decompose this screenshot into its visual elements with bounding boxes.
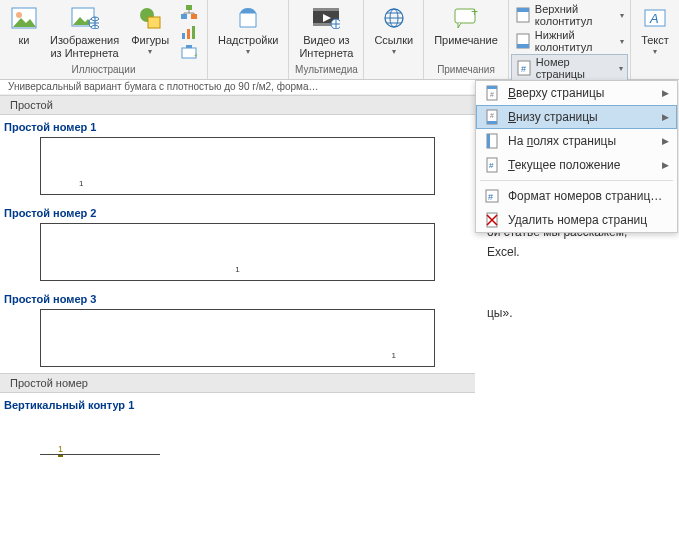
svg-text:#: # [521, 64, 526, 74]
current-position-icon: # [484, 157, 500, 173]
video-label-1: Видео из [303, 34, 349, 47]
footer-icon [515, 33, 531, 49]
header-button[interactable]: Верхний колонтитул ▾ [511, 2, 628, 28]
svg-text:#: # [488, 192, 493, 202]
online-video-button[interactable]: Видео из Интернета [293, 2, 359, 64]
menu-top-of-page[interactable]: # Вверху страницы ▶ [476, 81, 677, 105]
text-box-label: Текст [641, 34, 669, 47]
svg-rect-35 [487, 121, 497, 124]
gallery-item-1[interactable]: 1 [40, 137, 435, 195]
chevron-down-icon: ▾ [620, 37, 624, 46]
menu-label: На полях страницы [508, 134, 616, 148]
page-number-icon: # [516, 60, 532, 76]
chevron-down-icon: ▾ [392, 47, 396, 56]
svg-text:#: # [490, 112, 494, 119]
gallery-item-v1[interactable]: 1 [40, 415, 160, 455]
header-label: Верхний колонтитул [535, 3, 616, 27]
pictures-label: ки [19, 34, 30, 47]
svg-text:A: A [649, 11, 659, 26]
svg-text:#: # [489, 161, 494, 170]
header-icon [515, 7, 531, 23]
svg-rect-24 [517, 8, 529, 12]
doc-line: цы». [487, 303, 667, 323]
svg-rect-5 [148, 17, 160, 28]
gallery-item-2[interactable]: 1 [40, 223, 435, 281]
addins-label: Надстройки [218, 34, 278, 47]
online-pictures-button[interactable]: Изображения из Интернета [44, 2, 125, 64]
gallery-section-simple: Простой [0, 95, 475, 115]
media-group-label: Мультимедиа [295, 64, 358, 77]
doc-fragment-text: Универсальный вариант бумага с плотность… [0, 80, 475, 95]
submenu-arrow-icon: ▶ [662, 160, 669, 170]
addins-button[interactable]: Надстройки ▾ [212, 2, 284, 64]
screenshot-button[interactable]: + [177, 44, 201, 62]
online-pictures-icon [71, 4, 99, 32]
submenu-arrow-icon: ▶ [662, 136, 669, 146]
menu-page-margins[interactable]: На полях страницы ▶ [476, 129, 677, 153]
pictures-button[interactable]: ки [4, 2, 44, 64]
menu-remove-page-numbers[interactable]: Удалить номера страниц [476, 208, 677, 232]
group-media: Видео из Интернета Мультимедиа [289, 0, 364, 79]
gallery-item-v1-title: Вертикальный контур 1 [0, 393, 475, 415]
shapes-button[interactable]: Фигуры ▾ [125, 2, 175, 64]
links-button[interactable]: Ссылки ▾ [368, 2, 419, 64]
page-num-sample: 1 [58, 444, 63, 457]
menu-label: Удалить номера страниц [508, 213, 647, 227]
page-number-button[interactable]: # Номер страницы ▾ [511, 54, 628, 82]
gallery-section-simple-number: Простой номер [0, 373, 475, 393]
group-header-footer: Верхний колонтитул ▾ Нижний колонтитул ▾… [509, 0, 631, 79]
doc-line: Excel. [487, 242, 667, 262]
chart-button[interactable] [177, 24, 201, 42]
online-pictures-label-1: Изображения [50, 34, 119, 47]
group-addins: Надстройки ▾ Надстройки [208, 0, 289, 79]
footer-label: Нижний колонтитул [535, 29, 616, 53]
gallery-item-3[interactable]: 1 [40, 309, 435, 367]
svg-text:+: + [471, 7, 478, 19]
text-box-icon: A [641, 4, 669, 32]
group-text: A Текст ▾ [631, 0, 679, 79]
text-box-button[interactable]: A Текст ▾ [635, 2, 675, 64]
menu-label: Вверху страницы [508, 86, 604, 100]
chevron-down-icon: ▾ [148, 47, 152, 56]
gallery-item-2-title: Простой номер 2 [0, 201, 475, 223]
gallery-item-1-title: Простой номер 1 [0, 115, 475, 137]
page-margins-icon [484, 133, 500, 149]
menu-label: Текущее положение [508, 158, 620, 172]
svg-point-1 [16, 12, 22, 18]
group-illustrations: ки Изображения из Интернета Фигуры ▾ + [0, 0, 208, 79]
svg-rect-13 [186, 45, 192, 48]
chevron-down-icon: ▾ [246, 47, 250, 56]
comment-icon: + [452, 4, 480, 32]
menu-label: Формат номеров страниц… [508, 189, 662, 203]
comment-label: Примечание [434, 34, 498, 47]
svg-rect-38 [487, 134, 490, 148]
remove-numbers-icon [484, 212, 500, 228]
page-number-submenu: # Вверху страницы ▶ # Внизу страницы ▶ Н… [475, 80, 678, 233]
group-links: Ссылки ▾ [364, 0, 424, 79]
svg-rect-9 [182, 33, 185, 39]
chevron-down-icon: ▾ [619, 64, 623, 73]
smartart-button[interactable] [177, 4, 201, 22]
svg-text:#: # [490, 91, 494, 98]
illustrations-extra: + [175, 2, 203, 64]
svg-rect-10 [187, 29, 190, 39]
menu-current-position[interactable]: # Текущее положение ▶ [476, 153, 677, 177]
links-label: Ссылки [374, 34, 413, 47]
footer-button[interactable]: Нижний колонтитул ▾ [511, 28, 628, 54]
shapes-label: Фигуры [131, 34, 169, 47]
page-number-gallery: Универсальный вариант бумага с плотность… [0, 80, 475, 461]
bottom-of-page-icon: # [484, 109, 500, 125]
svg-rect-8 [191, 14, 197, 19]
comments-group-label: Примечания [437, 64, 495, 77]
page-num-sample: 1 [79, 179, 83, 188]
svg-text:+: + [194, 52, 197, 59]
store-icon [234, 4, 262, 32]
comment-button[interactable]: + Примечание [428, 2, 504, 64]
submenu-arrow-icon: ▶ [662, 112, 669, 122]
page-num-sample: 1 [235, 265, 239, 274]
submenu-arrow-icon: ▶ [662, 88, 669, 98]
menu-bottom-of-page[interactable]: # Внизу страницы ▶ [476, 105, 677, 129]
menu-format-page-numbers[interactable]: # Формат номеров страниц… [476, 184, 677, 208]
video-icon [312, 4, 340, 32]
chart-icon [181, 25, 197, 41]
